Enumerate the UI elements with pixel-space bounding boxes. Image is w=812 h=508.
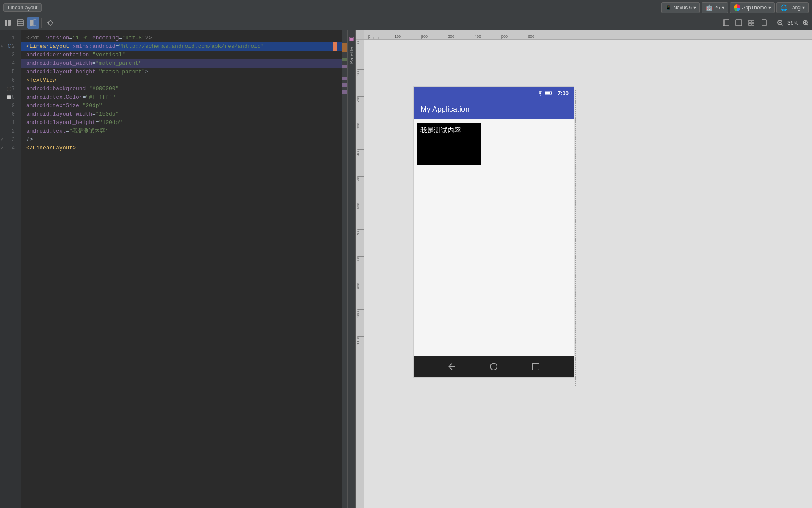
palette-icon: ▣ bbox=[349, 34, 354, 43]
zoom-minus-btn[interactable] bbox=[776, 18, 785, 28]
svg-rect-20 bbox=[762, 20, 766, 26]
svg-rect-12 bbox=[723, 20, 729, 26]
code-line-1: <?xml version="1.0" encoding="utf-8"?> bbox=[21, 34, 342, 42]
line-num-11: 1 bbox=[0, 119, 17, 127]
code-content[interactable]: <?xml version="1.0" encoding="utf-8"?> <… bbox=[21, 30, 342, 508]
line-numbers: 1 ▽ C 2 3 4 5 6 7 bbox=[0, 30, 21, 508]
code-editor-area: 1 ▽ C 2 3 4 5 6 7 bbox=[0, 30, 347, 508]
battery-icon bbox=[545, 91, 552, 96]
design-preview-area: 0 100 200 300 400 500 600 bbox=[356, 30, 812, 508]
code-line-8: android:textColor="#ffffff" bbox=[21, 93, 342, 102]
code-scrollbar[interactable] bbox=[342, 30, 347, 508]
orient-btn[interactable] bbox=[758, 17, 770, 29]
line-num-12: 2 bbox=[0, 127, 17, 135]
code-line-2: <LinearLayout xmlns:android="http://sche… bbox=[21, 42, 342, 51]
ruler-corner bbox=[356, 30, 364, 40]
svg-point-31 bbox=[490, 363, 497, 370]
ruler-vertical: 0 100 200 300 400 500 600 700 800 900 bbox=[356, 40, 364, 508]
theme-btn[interactable]: AppTheme ▾ bbox=[730, 2, 775, 13]
svg-line-22 bbox=[781, 24, 783, 25]
code-line-7: android:background="#000000" bbox=[21, 85, 342, 93]
line-num-14: △ 4 bbox=[0, 144, 17, 152]
textview-text: 我是测试内容 bbox=[420, 126, 461, 135]
android-icon: 🤖 bbox=[705, 4, 713, 11]
wifi-icon bbox=[537, 91, 543, 96]
code-line-12: android:text="我是测试内容" bbox=[21, 127, 342, 135]
icon-toolbar: 36% bbox=[0, 15, 812, 30]
svg-rect-14 bbox=[736, 20, 742, 26]
svg-line-25 bbox=[806, 24, 808, 25]
svg-rect-19 bbox=[752, 23, 754, 25]
code-line-6: <TextView bbox=[21, 76, 342, 85]
code-line-11: android:layout_height="100dp" bbox=[21, 119, 342, 127]
phone-nav-bar bbox=[414, 356, 574, 377]
canvas-area: 7:00 My Application 我是测试内容 bbox=[364, 40, 812, 508]
phone-title-bar: My Application bbox=[414, 99, 574, 119]
line-num-2: ▽ C 2 bbox=[0, 42, 17, 51]
phone-icon: 📱 bbox=[665, 5, 671, 11]
line-num-8: 8 bbox=[0, 93, 17, 102]
fold-icon-14[interactable]: △ bbox=[1, 144, 3, 152]
svg-point-7 bbox=[48, 21, 52, 25]
svg-rect-32 bbox=[532, 363, 539, 370]
code-line-4: android:layout_width="match_parent" bbox=[21, 59, 342, 68]
svg-rect-6 bbox=[33, 20, 36, 26]
line-num-3: 3 bbox=[0, 51, 17, 59]
nexus-chevron-icon: ▾ bbox=[693, 5, 696, 11]
nav-recents-icon bbox=[530, 362, 541, 372]
lang-btn[interactable]: 🌐 Lang ▾ bbox=[776, 2, 809, 13]
toolbar-right: 📱 Nexus 6 ▾ 🤖 26 ▾ AppTheme ▾ 🌐 Lang ▾ bbox=[661, 2, 809, 13]
nav-back-icon bbox=[447, 362, 457, 372]
nav-home-icon bbox=[489, 362, 499, 372]
code-editor: 1 ▽ C 2 3 4 5 6 7 bbox=[0, 30, 347, 508]
svg-rect-29 bbox=[545, 92, 550, 94]
api-chevron-icon: ▾ bbox=[722, 5, 724, 11]
blueprint-view-btn[interactable] bbox=[14, 17, 26, 29]
split-view-btn[interactable] bbox=[27, 17, 39, 29]
svg-rect-30 bbox=[551, 92, 552, 94]
line-num-1: 1 bbox=[0, 34, 17, 42]
textview-preview: 我是测试内容 bbox=[417, 123, 481, 165]
svg-rect-18 bbox=[749, 23, 751, 25]
line-num-9: 9 bbox=[0, 102, 17, 110]
code-line-14: </LinearLayout> bbox=[21, 144, 342, 152]
code-line-5: android:layout_height="match_parent"> bbox=[21, 68, 342, 76]
fold-icon-2[interactable]: ▽ bbox=[1, 42, 3, 51]
line-num-7: 7 bbox=[0, 85, 17, 93]
ruler-horizontal: 0 100 200 300 400 500 600 bbox=[364, 30, 812, 40]
svg-rect-5 bbox=[30, 20, 33, 26]
line-num-4: 4 bbox=[0, 59, 17, 68]
toolbar-separator-2 bbox=[773, 18, 773, 28]
constraints-btn[interactable] bbox=[44, 17, 56, 29]
palette-strip: ▣ Palette bbox=[347, 30, 356, 508]
phone-mockup: 7:00 My Application 我是测试内容 bbox=[413, 86, 574, 378]
line-num-13: △ 3 bbox=[0, 135, 17, 144]
phone-app-title: My Application bbox=[420, 105, 470, 114]
theme-icon bbox=[734, 4, 740, 11]
top-toolbar: LinearLayout 📱 Nexus 6 ▾ 🤖 26 ▾ AppTheme… bbox=[0, 0, 812, 15]
line-num-6: 6 bbox=[0, 76, 17, 85]
code-line-10: android:layout_width="150dp" bbox=[21, 110, 342, 119]
design-view-btn[interactable] bbox=[2, 17, 14, 29]
svg-rect-0 bbox=[5, 20, 7, 26]
zoom-plus-btn[interactable] bbox=[801, 18, 810, 28]
nexus-device-btn[interactable]: 📱 Nexus 6 ▾ bbox=[661, 2, 700, 13]
theme-chevron-icon: ▾ bbox=[768, 5, 771, 11]
palette-label: Palette bbox=[349, 47, 354, 64]
globe-icon: 🌐 bbox=[780, 4, 787, 11]
svg-rect-2 bbox=[17, 20, 23, 26]
phone-status-bar: 7:00 bbox=[414, 87, 574, 99]
code-line-9: android:textSize="20dp" bbox=[21, 102, 342, 110]
fold-icon-13[interactable]: △ bbox=[1, 135, 3, 144]
toolbar-separator-1 bbox=[41, 18, 42, 28]
hide-ui-btn[interactable] bbox=[733, 17, 745, 29]
svg-rect-1 bbox=[8, 20, 11, 26]
fit-btn[interactable] bbox=[746, 17, 757, 29]
api-level-btn[interactable]: 🤖 26 ▾ bbox=[702, 2, 728, 13]
phone-content: 我是测试内容 bbox=[414, 119, 574, 191]
line-num-10: 0 bbox=[0, 110, 17, 119]
status-time: 7:00 bbox=[558, 90, 569, 97]
phone-empty-content bbox=[414, 191, 574, 356]
tab-label[interactable]: LinearLayout bbox=[3, 3, 42, 12]
hide-panels-btn[interactable] bbox=[720, 17, 732, 29]
